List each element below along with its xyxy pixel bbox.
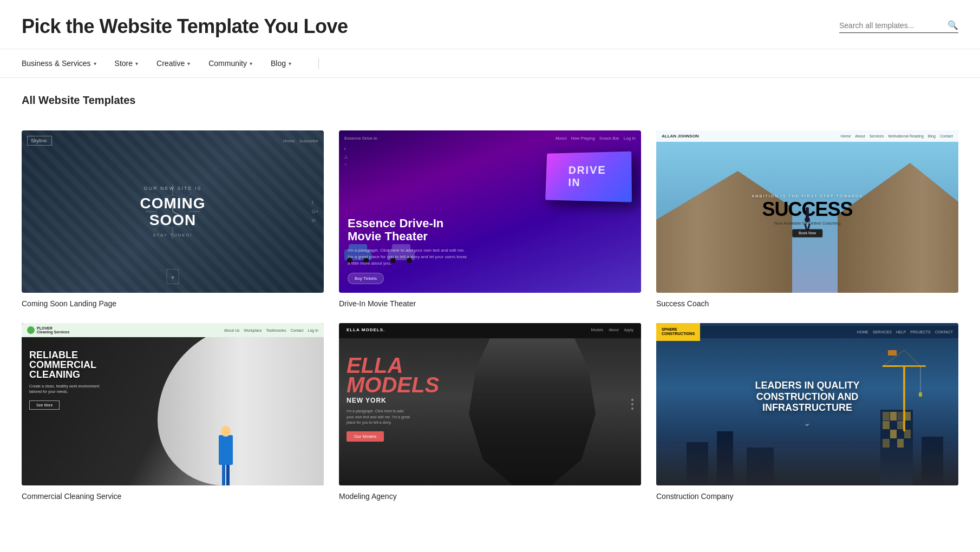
person-figure	[805, 207, 810, 231]
template-thumbnail-drive-in: Essence Drive-In AboutNow PlayingSnack B…	[339, 130, 641, 293]
drive-in-title: Essence Drive-InMovie Theater	[348, 217, 632, 243]
section-header: All Website Templates	[0, 78, 980, 130]
template-thumbnail-success: ALLAN JOHNSON HomeAboutServicesMotivatio…	[656, 130, 958, 293]
template-thumbnail-coming-soon: Skyline. HomeSubscribe	[22, 130, 324, 293]
thumb-inner: Skyline. HomeSubscribe	[22, 130, 324, 293]
cleaning-top-bar: PLOVERCleaning Services About UsWorkplac…	[22, 323, 324, 337]
model-location: NEW YORK	[347, 397, 439, 404]
coming-soon-big-text: COMINGSOON	[140, 195, 205, 229]
construction-nav: HOMESERVICESHELPPROJECTSCONTACT	[700, 326, 958, 338]
model-text: ELLAMODELS NEW YORK I'm a paragraph. Cli…	[347, 356, 439, 442]
svg-rect-13	[883, 365, 899, 367]
page-title: Pick the Website Template You Love	[22, 15, 348, 38]
cleaning-headline: RELIABLECOMMERCIALCLEANING	[29, 350, 99, 379]
section-title: All Website Templates	[22, 94, 958, 107]
template-label-success: Success Coach	[656, 299, 958, 308]
drive-in-body: I'm a paragraph. Click here to add your …	[348, 247, 632, 267]
social-icons: f G+ in	[312, 200, 318, 223]
nav-label-business: Business & Services	[22, 59, 91, 68]
template-thumbnail-cleaning: PLOVERCleaning Services About UsWorkplac…	[22, 323, 324, 485]
cleaning-logo-icon	[27, 326, 35, 334]
template-card-success[interactable]: ALLAN JOHNSON HomeAboutServicesMotivatio…	[656, 130, 958, 308]
page-header: Pick the Website Template You Love 🔍	[0, 0, 980, 49]
drive-in-nav: Essence Drive-In AboutNow PlayingSnack B…	[344, 136, 636, 141]
dot-1	[631, 399, 633, 401]
see-more-btn[interactable]: See More	[29, 400, 60, 410]
nav-item-business-services[interactable]: Business & Services ▾	[22, 49, 107, 77]
construction-headline: LEADERS IN QUALITYCONSTRUCTION ANDINFRAS…	[687, 380, 928, 413]
model-desc: I'm a paragraph. Click here to add your …	[347, 409, 411, 426]
templates-grid: Skyline. HomeSubscribe	[0, 130, 980, 522]
nav-label-creative: Creative	[156, 59, 185, 68]
chevron-down-icon: ▾	[289, 61, 291, 67]
nav-divider	[318, 58, 319, 69]
nav-item-store[interactable]: Store ▾	[115, 49, 149, 77]
cleaning-worker	[212, 404, 239, 485]
search-button[interactable]: 🔍	[948, 20, 958, 30]
template-card-cleaning[interactable]: PLOVERCleaning Services About UsWorkplac…	[22, 323, 324, 501]
modeling-nav-links: ModelsAboutApply	[591, 328, 633, 332]
bottom-icon: ▼	[167, 269, 179, 284]
cleaning-nav: About UsWorkplaceTestimoniesContactLog I…	[224, 328, 318, 332]
drive-in-content: Essence Drive-InMovie Theater I'm a para…	[348, 217, 632, 284]
svg-rect-18	[888, 350, 897, 356]
modeling-dots	[631, 399, 633, 410]
coming-soon-stay: STAY TUNED!	[140, 233, 205, 238]
success-nav: HomeAboutServicesMotivational ReadingBlo…	[841, 134, 953, 138]
thumb-inner-success: ALLAN JOHNSON HomeAboutServicesMotivatio…	[656, 130, 958, 293]
success-top-bar: ALLAN JOHNSON HomeAboutServicesMotivatio…	[656, 130, 958, 142]
template-label-drive-in: Drive-In Movie Theater	[339, 299, 641, 308]
drive-in-social: f △ ○	[344, 147, 348, 167]
nav-label-community: Community	[208, 59, 247, 68]
drive-in-sign-container: DRIVEIN	[538, 147, 636, 212]
thumb-inner-cleaning: PLOVERCleaning Services About UsWorkplac…	[22, 323, 324, 485]
chevron-down-icon: ▾	[250, 61, 252, 67]
thumb-inner-drive-in: Essence Drive-In AboutNow PlayingSnack B…	[339, 130, 641, 293]
buy-tickets-btn[interactable]: Buy Tickets	[348, 273, 384, 284]
dot-2	[631, 403, 633, 405]
cleaning-body: Create a clean, healthy work environment…	[29, 384, 99, 395]
search-area: 🔍	[839, 20, 958, 33]
coming-soon-subtitle: OUR NEW SITE IS	[140, 186, 205, 191]
svg-line-16	[904, 350, 920, 366]
template-thumbnail-modeling: ELLA MODELS. ModelsAboutApply ELLAMODELS…	[339, 323, 641, 485]
nav-item-blog[interactable]: Blog ▾	[271, 49, 302, 77]
thumb-inner-construction: SPHERECONSTRUCTIONS HOMESERVICESHELPPROJ…	[656, 323, 958, 485]
chevron-down-icon: ▾	[94, 61, 96, 67]
our-models-btn[interactable]: Our Models	[347, 431, 384, 442]
thumb-nav-links: HomeSubscribe	[283, 139, 318, 143]
nav-item-community[interactable]: Community ▾	[208, 49, 263, 77]
nav-item-creative[interactable]: Creative ▾	[156, 49, 201, 77]
thumb-nav: Skyline. HomeSubscribe	[27, 136, 318, 146]
nav-label-blog: Blog	[271, 59, 286, 68]
search-input[interactable]	[839, 21, 948, 30]
dot-3	[631, 408, 633, 410]
thumb-logo: Skyline.	[27, 136, 52, 146]
city-glow	[656, 437, 958, 485]
main-nav: Business & Services ▾ Store ▾ Creative ▾…	[0, 49, 980, 78]
modeling-nav: ELLA MODELS. ModelsAboutApply	[339, 323, 641, 337]
model-name: ELLAMODELS	[347, 356, 439, 395]
nav-label-store: Store	[115, 59, 133, 68]
thumb-inner-modeling: ELLA MODELS. ModelsAboutApply ELLAMODELS…	[339, 323, 641, 485]
template-label-coming-soon: Coming Soon Landing Page	[22, 299, 324, 308]
template-label-construction: Construction Company	[656, 492, 958, 501]
template-thumbnail-construction: SPHERECONSTRUCTIONS HOMESERVICESHELPPROJ…	[656, 323, 958, 485]
construction-top-bar: SPHERECONSTRUCTIONS HOMESERVICESHELPPROJ…	[656, 323, 958, 341]
model-silhouette	[462, 338, 603, 485]
search-icon: 🔍	[948, 21, 958, 30]
success-subtitle: AMBITION IS THE FIRST STEP TOWARDS	[752, 194, 863, 198]
template-card-drive-in[interactable]: Essence Drive-In AboutNow PlayingSnack B…	[339, 130, 641, 308]
template-label-modeling: Modeling Agency	[339, 492, 641, 501]
coming-soon-text: OUR NEW SITE IS COMINGSOON STAY TUNED!	[140, 186, 205, 238]
template-card-modeling[interactable]: ELLA MODELS. ModelsAboutApply ELLAMODELS…	[339, 323, 641, 501]
construction-content: LEADERS IN QUALITYCONSTRUCTION ANDINFRAS…	[687, 380, 928, 428]
chevron-down-icon: ▾	[187, 61, 190, 67]
construction-chevron: ⌄	[687, 418, 928, 429]
template-card-coming-soon[interactable]: Skyline. HomeSubscribe	[22, 130, 324, 308]
cleaning-content: RELIABLECOMMERCIALCLEANING Create a clea…	[29, 350, 99, 410]
template-card-construction[interactable]: SPHERECONSTRUCTIONS HOMESERVICESHELPPROJ…	[656, 323, 958, 501]
template-label-cleaning: Commercial Cleaning Service	[22, 492, 324, 501]
cleaning-logo: PLOVERCleaning Services	[27, 326, 69, 334]
chevron-down-icon: ▾	[135, 61, 138, 67]
